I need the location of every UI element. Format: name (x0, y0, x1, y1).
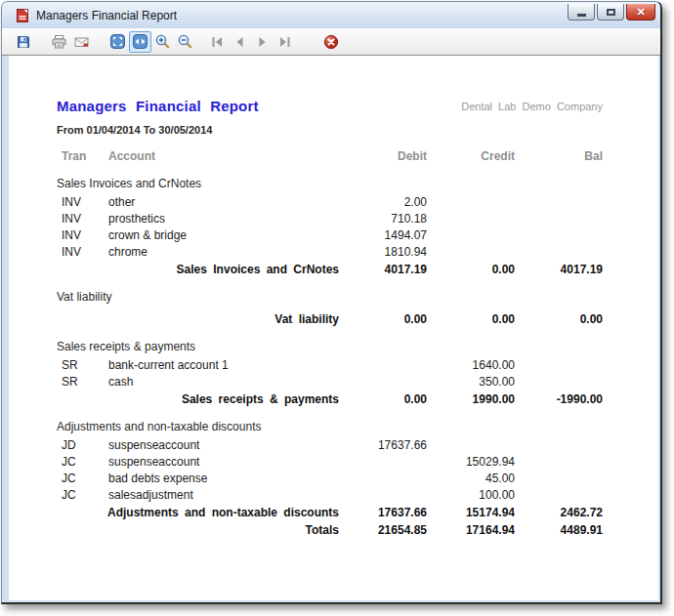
close-window-button[interactable]: ✕ (626, 4, 655, 21)
maximize-button[interactable] (597, 4, 624, 21)
cell-account: salesadjustment (108, 487, 339, 504)
total-debit: 0.00 (339, 311, 427, 328)
table-row: INV crown & bridge 1494.07 (9, 227, 658, 244)
total-debit: 4017.19 (339, 262, 427, 278)
last-page-icon (277, 35, 292, 49)
report-app-icon (15, 8, 30, 23)
cell-tran: JC (62, 454, 108, 471)
previous-page-button[interactable] (229, 31, 251, 53)
col-header-credit: Credit (427, 148, 515, 165)
report-page: Managers Financial Report Dental Lab Dem… (9, 56, 658, 600)
col-header-debit: Debit (339, 148, 427, 165)
app-window: Managers Financial Report ✕ (1, 1, 662, 604)
first-page-button[interactable] (206, 31, 229, 53)
cell-tran: JC (62, 487, 108, 504)
cell-account: chrome (108, 244, 339, 261)
stop-icon (323, 34, 339, 50)
first-page-icon (210, 35, 225, 49)
zoom-out-button[interactable] (174, 31, 196, 53)
section-total-row: Sales Invoices and CrNotes 4017.19 0.00 … (9, 262, 658, 278)
save-icon (16, 34, 31, 50)
cell-credit: 350.00 (427, 374, 515, 390)
cell-account: suspenseaccount (108, 437, 339, 454)
table-row: INV other 2.00 (9, 194, 658, 211)
zoom-in-icon (154, 33, 171, 50)
grand-total-bal: 4489.91 (515, 522, 603, 539)
total-credit: 0.00 (427, 262, 515, 278)
table-row: INV chrome 1810.94 (9, 244, 658, 261)
section-label: Sales receipts & payments (57, 340, 658, 353)
col-header-tran: Tran (62, 148, 108, 165)
cell-debit (339, 357, 427, 374)
section-adjustments: Adjustments and non-taxable discounts JD… (9, 420, 658, 521)
fit-page-button[interactable] (106, 31, 129, 53)
report-header: Managers Financial Report Dental Lab Dem… (57, 98, 603, 114)
save-button[interactable] (12, 31, 34, 53)
table-row: JD suspenseaccount 17637.66 (9, 437, 658, 454)
cell-bal (515, 374, 603, 390)
grand-total-debit: 21654.85 (339, 522, 427, 539)
cell-tran: SR (62, 374, 108, 390)
email-button[interactable] (70, 31, 93, 53)
cell-account: bad debts expense (108, 471, 339, 487)
cell-bal (515, 244, 603, 261)
fit-width-button[interactable] (129, 31, 151, 53)
stop-button[interactable] (319, 31, 342, 53)
section-total-row: Sales receipts & payments 0.00 1990.00 -… (9, 391, 658, 408)
last-page-button[interactable] (274, 31, 296, 53)
cell-account: suspenseaccount (108, 454, 339, 471)
cell-debit (339, 471, 427, 487)
cell-credit: 100.00 (427, 487, 515, 504)
cell-credit: 15029.94 (427, 454, 515, 471)
cell-bal (515, 454, 603, 471)
section-label: Adjustments and non-taxable discounts (57, 420, 658, 433)
cell-debit: 1810.94 (339, 244, 427, 261)
total-bal: 2462.72 (515, 505, 603, 521)
cell-credit: 1640.00 (427, 357, 515, 374)
cell-debit (339, 374, 427, 390)
cell-account: cash (108, 374, 339, 390)
cell-bal (515, 437, 603, 454)
minimize-button[interactable] (568, 4, 595, 21)
total-credit: 0.00 (427, 311, 515, 328)
next-page-button[interactable] (251, 31, 274, 53)
table-row: JC bad debts expense 45.00 (9, 471, 658, 487)
total-debit: 0.00 (339, 391, 427, 408)
toolbar (2, 28, 660, 56)
company-name: Dental Lab Demo Company (461, 98, 603, 112)
cell-credit (427, 244, 515, 261)
table-row: JC suspenseaccount 15029.94 (9, 454, 658, 471)
section-label: Sales Invoices and CrNotes (57, 177, 658, 190)
total-label: Vat liability (62, 311, 339, 328)
title-bar[interactable]: Managers Financial Report ✕ (2, 2, 660, 28)
cell-debit (339, 487, 427, 504)
section-sales-receipts: Sales receipts & payments SR bank-curren… (9, 340, 658, 408)
table-row: SR bank-current account 1 1640.00 (9, 357, 658, 374)
print-button[interactable] (48, 31, 70, 53)
section-label: Vat liability (57, 290, 658, 304)
col-header-bal: Bal (515, 148, 603, 165)
section-sales-invoices: Sales Invoices and CrNotes INV other 2.0… (9, 177, 658, 278)
cell-debit: 1494.07 (339, 227, 427, 244)
section-total-row: Vat liability 0.00 0.00 0.00 (9, 311, 658, 328)
cell-account: prosthetics (108, 211, 339, 227)
maximize-icon (607, 9, 615, 16)
cell-tran: SR (62, 357, 108, 374)
section-vat-liability: Vat liability Vat liability 0.00 0.00 0.… (9, 290, 658, 328)
window-controls: ✕ (568, 4, 655, 21)
email-icon (73, 34, 90, 50)
total-bal: 0.00 (515, 311, 603, 328)
total-credit: 15174.94 (427, 505, 515, 521)
cell-debit: 710.18 (339, 211, 427, 227)
cell-bal (515, 227, 603, 244)
cell-bal (515, 211, 603, 227)
minimize-icon (577, 14, 586, 17)
cell-debit: 17637.66 (339, 437, 427, 454)
cell-account: other (108, 194, 339, 211)
cell-bal (515, 194, 603, 211)
zoom-in-button[interactable] (151, 31, 174, 53)
cell-bal (515, 487, 603, 504)
cell-credit (427, 227, 515, 244)
grand-total-credit: 17164.94 (427, 522, 515, 539)
fit-page-icon (109, 33, 126, 50)
